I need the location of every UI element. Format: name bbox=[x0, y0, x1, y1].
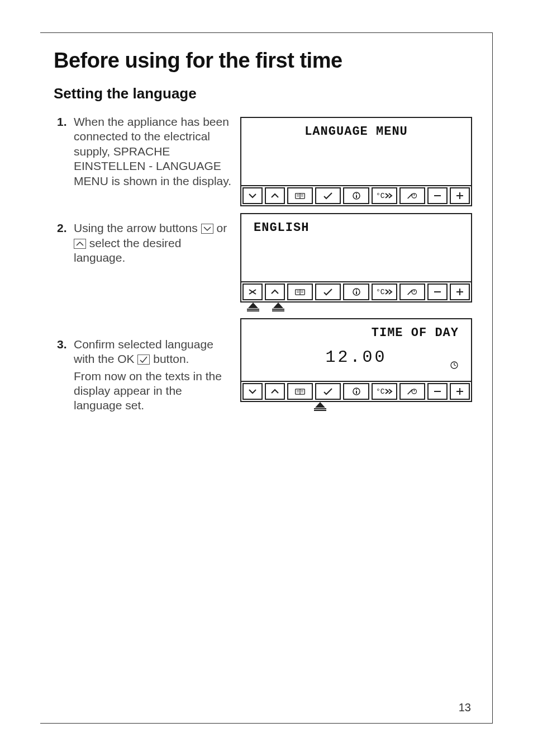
minus-button[interactable] bbox=[427, 187, 448, 204]
step-2-text-c: select the desired language. bbox=[74, 237, 181, 264]
step-3-number: 3. bbox=[57, 337, 67, 352]
steps-column: 1. When the appliance has been connected… bbox=[54, 115, 232, 423]
up-triangle-icon bbox=[309, 402, 331, 411]
plus-button[interactable] bbox=[450, 284, 470, 300]
info-button[interactable] bbox=[343, 284, 369, 300]
info-button[interactable] bbox=[343, 187, 369, 204]
probe-button[interactable] bbox=[399, 284, 425, 300]
step-3-text-c: From now on the texts in the display app… bbox=[74, 370, 222, 412]
svg-point-8 bbox=[356, 193, 357, 195]
step-2-text-b: or bbox=[216, 221, 227, 234]
plus-button[interactable] bbox=[450, 187, 470, 204]
down-button[interactable] bbox=[242, 284, 263, 300]
step-1: 1. When the appliance has been connected… bbox=[54, 115, 232, 211]
up-triangle-icon bbox=[267, 303, 289, 311]
step-2: 2. Using the arrow buttons or select the… bbox=[54, 221, 232, 327]
info-button[interactable] bbox=[343, 383, 369, 400]
step-2-number: 2. bbox=[57, 221, 67, 235]
rapid-heat-button[interactable]: °C bbox=[372, 383, 397, 400]
lcd-panel-1: LANGUAGE MENU °C bbox=[240, 117, 472, 206]
svg-point-43 bbox=[356, 389, 357, 390]
up-button[interactable] bbox=[265, 284, 285, 300]
recipe-button[interactable] bbox=[287, 383, 313, 400]
lcd-column: LANGUAGE MENU °C ENGL bbox=[240, 115, 472, 423]
rapid-heat-button[interactable]: °C bbox=[372, 284, 397, 300]
arrow-indicators-panel2 bbox=[240, 303, 472, 311]
page-title: Before using for the first time bbox=[54, 33, 472, 85]
minus-button[interactable] bbox=[427, 284, 448, 300]
step-1-number: 1. bbox=[57, 115, 67, 129]
step-2-text-a: Using the arrow buttons bbox=[74, 221, 201, 234]
recipe-button[interactable] bbox=[287, 284, 313, 300]
lcd1-button-row: °C bbox=[241, 185, 471, 205]
rapid-heat-button[interactable]: °C bbox=[372, 187, 397, 204]
probe-button[interactable] bbox=[399, 383, 425, 400]
step-3: 3. Confirm selected language with the OK… bbox=[54, 337, 232, 413]
step-1-text: When the appliance has been connected to… bbox=[74, 115, 231, 187]
lcd-panel-3: TIME OF DAY 12.00 °C bbox=[240, 318, 472, 402]
probe-button[interactable] bbox=[399, 187, 425, 204]
svg-line-34 bbox=[454, 365, 456, 366]
page-number: 13 bbox=[459, 701, 471, 714]
ok-button[interactable] bbox=[315, 383, 341, 400]
minus-button[interactable] bbox=[427, 383, 448, 400]
down-arrow-icon bbox=[201, 224, 213, 234]
up-arrow-icon bbox=[74, 239, 86, 249]
lcd2-button-row: °C bbox=[241, 281, 471, 301]
ok-button[interactable] bbox=[315, 284, 341, 300]
clock-icon bbox=[450, 361, 459, 372]
up-button[interactable] bbox=[265, 383, 285, 400]
section-subtitle: Setting the language bbox=[54, 85, 472, 115]
lcd3-button-row: °C bbox=[241, 381, 471, 401]
lcd2-title: ENGLISH bbox=[249, 221, 463, 235]
step-3-text-b: button. bbox=[153, 352, 189, 365]
lcd1-title: LANGUAGE MENU bbox=[249, 125, 463, 139]
arrow-indicator-panel3 bbox=[240, 402, 472, 411]
ok-check-icon bbox=[137, 355, 150, 365]
down-button[interactable] bbox=[242, 383, 263, 400]
plus-button[interactable] bbox=[450, 383, 470, 400]
down-button[interactable] bbox=[242, 187, 263, 204]
lcd3-title: TIME OF DAY bbox=[249, 326, 463, 340]
svg-point-25 bbox=[356, 290, 357, 291]
lcd3-time: 12.00 bbox=[249, 348, 463, 367]
ok-button[interactable] bbox=[315, 187, 341, 204]
content-row: 1. When the appliance has been connected… bbox=[54, 115, 472, 423]
up-button[interactable] bbox=[265, 187, 285, 204]
up-triangle-icon bbox=[242, 303, 264, 311]
lcd-panel-2: ENGLISH °C bbox=[240, 213, 472, 303]
recipe-button[interactable] bbox=[287, 187, 313, 204]
